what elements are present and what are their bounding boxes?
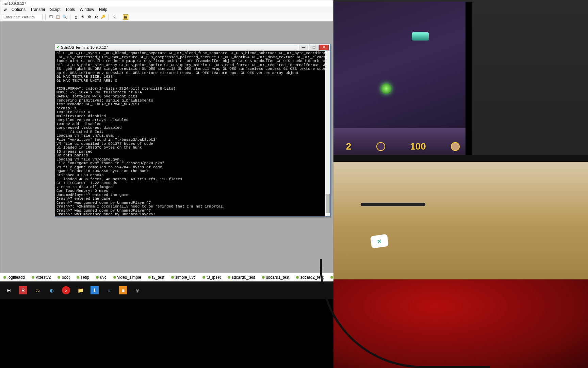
tab-label: vxtestv2 <box>36 275 51 280</box>
help-icon[interactable]: ? <box>112 14 117 20</box>
tab-status-dot-icon <box>3 276 6 279</box>
tab-label: sdcard1_test <box>266 275 290 280</box>
edge-icon[interactable]: ◐ <box>48 286 56 294</box>
start-icon[interactable]: ⊞ <box>5 286 13 294</box>
game-screen: 2 100 5 <box>333 2 472 155</box>
host-input[interactable] <box>2 14 43 20</box>
tab-status-dot-icon <box>171 276 174 279</box>
bottom-tab[interactable]: t3_test <box>145 275 168 280</box>
tab-label: sdcard0_test <box>232 275 255 280</box>
tab-status-dot-icon <box>202 276 205 279</box>
tab-label: boot <box>62 275 69 280</box>
tab-status-dot-icon <box>77 276 79 279</box>
game-window-glow <box>412 32 429 41</box>
maximize-button[interactable]: ▢ <box>309 45 318 50</box>
screen-bezel <box>466 2 472 155</box>
monitor-edge <box>333 155 588 162</box>
bottom-tab[interactable]: simple_uvc <box>168 275 199 280</box>
bottom-tab[interactable]: video_simple <box>110 275 145 280</box>
tab-status-dot-icon <box>113 276 116 279</box>
tab-label: simple_uvc <box>175 275 196 280</box>
hud-avatar-icon <box>451 142 460 151</box>
menu-item-tools[interactable]: Tools <box>63 7 77 12</box>
app-titlebar: inal 10.9.0.127 <box>0 0 333 6</box>
workspace: ✔ SylixOS Terminal 10.9.0.127 — ▢ ✕ al G… <box>0 21 333 281</box>
scroll-thumb[interactable] <box>326 194 330 213</box>
toolbar: ❐ 📋 🔍 🖨 ☀ ⚙ 🛠 🔑 ? ▦ <box>0 13 333 21</box>
terminal-titlebar[interactable]: ✔ SylixOS Terminal 10.9.0.127 — ▢ ✕ <box>55 44 330 51</box>
host-app-window: inal 10.9.0.127 w Options Transfer Scrip… <box>0 0 333 281</box>
terminal-text: al GL_OES_EGL_sync GL_OES_blend_equation… <box>56 51 330 216</box>
settings-icon[interactable]: ☀ <box>80 14 85 20</box>
toolbar-sep <box>70 14 70 20</box>
hud-ammo-count: 2 <box>346 141 352 152</box>
tab-status-dot-icon <box>228 276 230 279</box>
app-r-icon[interactable]: R <box>19 286 27 294</box>
bottom-tab[interactable]: sdcard0_test <box>224 275 259 280</box>
bottom-tab[interactable]: setip <box>73 275 93 280</box>
menu-item-options[interactable]: Options <box>10 7 28 12</box>
game-hud: 2 100 5 <box>333 141 472 152</box>
tools-icon[interactable]: 🛠 <box>94 14 99 20</box>
game-green-light <box>381 83 391 94</box>
tab-status-dot-icon <box>32 276 34 279</box>
menu-item-script[interactable]: Script <box>48 7 63 12</box>
menu-item-help[interactable]: Help <box>97 7 110 12</box>
hud-health: 100 <box>410 141 426 152</box>
close-button[interactable]: ✕ <box>319 45 329 50</box>
bottom-tab[interactable]: boot <box>54 275 73 280</box>
tab-label: logfileadd <box>7 275 25 280</box>
menu-bar: w Options Transfer Script Tools Window H… <box>0 6 333 13</box>
terminal-title: SylixOS Terminal 10.9.0.127 <box>61 45 108 49</box>
menu-item-w[interactable]: w <box>2 7 9 12</box>
app-title: inal 10.9.0.127 <box>2 1 26 5</box>
tab-status-dot-icon <box>296 276 299 279</box>
minimize-button[interactable]: — <box>299 45 308 50</box>
menu-item-window[interactable]: Window <box>78 7 96 12</box>
music-icon[interactable]: ♪ <box>62 286 70 294</box>
camera-photo-area: 2 100 5 ✕ <box>333 0 588 368</box>
plus-icon[interactable]: ▦ <box>123 14 128 20</box>
bottom-tab[interactable]: logfileadd <box>0 275 28 280</box>
tab-label: setip <box>81 275 89 280</box>
tab-status-dot-icon <box>96 276 99 279</box>
explorer-icon[interactable]: 🗂 <box>33 286 42 294</box>
bottom-tab[interactable]: uvc <box>93 275 110 280</box>
terminal-window: ✔ SylixOS Terminal 10.9.0.127 — ▢ ✕ al G… <box>55 44 330 217</box>
key-icon[interactable]: 🔑 <box>100 14 106 20</box>
toolbar-sep <box>120 14 120 20</box>
download-icon[interactable]: ⬇ <box>91 286 99 294</box>
bottom-tabstrip: logfileaddvxtestv2bootsetipuvcvideo_simp… <box>0 273 333 281</box>
tab-label: video_simple <box>117 275 141 280</box>
usb-stick: ✕ <box>370 234 389 249</box>
obs-icon[interactable]: ◉ <box>133 286 142 294</box>
vscode-icon[interactable]: ⟐ <box>105 286 113 294</box>
connected-icon: ✔ <box>56 45 60 49</box>
tab-label: t3_test <box>152 275 164 280</box>
terminal-scrollbar[interactable] <box>325 51 330 216</box>
folder-icon[interactable]: 📁 <box>76 286 84 294</box>
menu-item-transfer[interactable]: Transfer <box>28 7 47 12</box>
tab-status-dot-icon <box>58 276 60 279</box>
tab-label: uvc <box>100 275 107 280</box>
tab-status-dot-icon <box>262 276 265 279</box>
terminal-output[interactable]: al GL_OES_EGL_sync GL_OES_blend_equation… <box>55 51 330 216</box>
print-icon[interactable]: 🖨 <box>73 14 79 20</box>
pen-object <box>361 203 425 206</box>
copy-icon[interactable]: ❐ <box>48 14 54 20</box>
bottom-tab[interactable]: t3_ipset <box>199 275 224 280</box>
gear-icon[interactable]: ⚙ <box>87 14 92 20</box>
taskbar: ⊞ R 🗂 ◐ ♪ 📁 ⬇ ⟐ ■ ◉ <box>0 281 333 299</box>
tab-status-dot-icon <box>148 276 151 279</box>
bottom-tab[interactable]: vxtestv2 <box>28 275 54 280</box>
tab-label: t3_ipset <box>207 275 221 280</box>
app-orange-icon[interactable]: ■ <box>119 286 127 294</box>
hud-badge-icon <box>376 142 385 151</box>
paste-icon[interactable]: 📋 <box>55 14 61 20</box>
toolbar-sep <box>109 14 109 20</box>
find-icon[interactable]: 🔍 <box>62 14 67 20</box>
bottom-tab[interactable]: sdcard1_test <box>259 275 293 280</box>
toolbar-sep <box>45 14 46 20</box>
